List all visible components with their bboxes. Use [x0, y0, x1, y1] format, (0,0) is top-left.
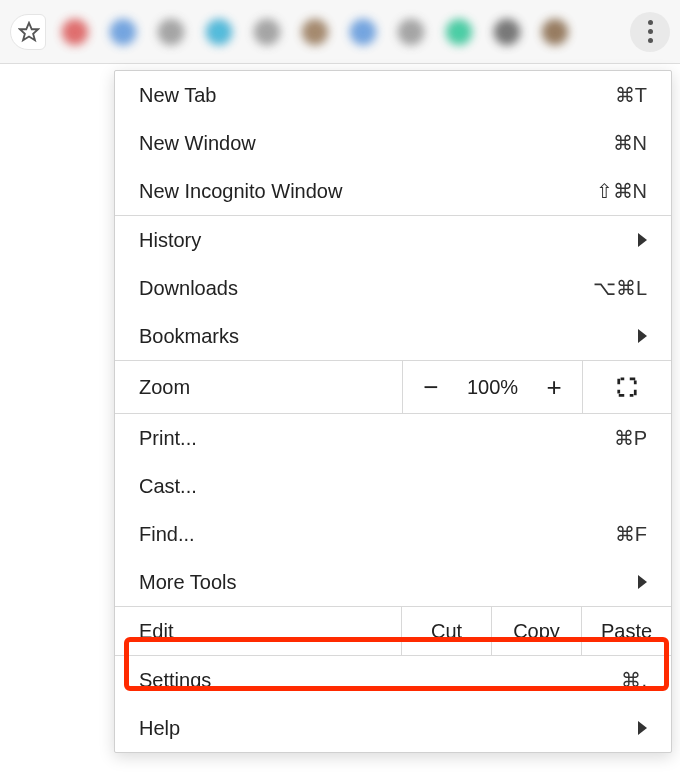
menu-shortcut: ⌘, [621, 668, 647, 692]
menu-label: New Window [139, 132, 613, 155]
menu-shortcut: ⌘N [613, 131, 647, 155]
edit-copy-button[interactable]: Copy [491, 607, 581, 655]
fullscreen-button[interactable] [583, 361, 671, 413]
menu-label: Find... [139, 523, 615, 546]
zoom-controls: − 100% + [403, 361, 583, 413]
zoom-out-button[interactable]: − [419, 374, 443, 400]
menu-item-new-incognito[interactable]: New Incognito Window ⇧⌘N [115, 167, 671, 215]
extension-icon[interactable] [110, 19, 136, 45]
chevron-right-icon [638, 575, 647, 589]
bookmark-star-button[interactable] [10, 14, 46, 50]
menu-shortcut: ⌘F [615, 522, 647, 546]
edit-label: Edit [115, 607, 401, 655]
extension-icons [62, 19, 620, 45]
star-icon [18, 21, 40, 43]
menu-label: Cast... [139, 475, 647, 498]
menu-item-cast[interactable]: Cast... [115, 462, 671, 510]
menu-item-help[interactable]: Help [115, 704, 671, 752]
extension-icon[interactable] [350, 19, 376, 45]
menu-shortcut: ⇧⌘N [596, 179, 647, 203]
menu-label: New Incognito Window [139, 180, 596, 203]
menu-shortcut: ⌘T [615, 83, 647, 107]
extension-icon[interactable] [158, 19, 184, 45]
menu-label: More Tools [139, 571, 632, 594]
menu-shortcut: ⌥⌘L [593, 276, 647, 300]
chevron-right-icon [638, 329, 647, 343]
menu-label: Settings [139, 669, 621, 692]
menu-shortcut: ⌘P [614, 426, 647, 450]
menu-label: New Tab [139, 84, 615, 107]
extension-icon[interactable] [206, 19, 232, 45]
extension-icon[interactable] [446, 19, 472, 45]
menu-item-zoom: Zoom − 100% + [115, 361, 671, 413]
zoom-value: 100% [467, 376, 518, 399]
menu-label: Print... [139, 427, 614, 450]
edit-paste-button[interactable]: Paste [581, 607, 671, 655]
menu-label: Downloads [139, 277, 593, 300]
fullscreen-icon [616, 376, 638, 398]
edit-cut-button[interactable]: Cut [401, 607, 491, 655]
menu-item-history[interactable]: History [115, 216, 671, 264]
menu-item-new-window[interactable]: New Window ⌘N [115, 119, 671, 167]
extension-icon[interactable] [398, 19, 424, 45]
menu-item-new-tab[interactable]: New Tab ⌘T [115, 71, 671, 119]
chevron-right-icon [638, 721, 647, 735]
browser-toolbar [0, 0, 680, 64]
menu-item-edit: Edit Cut Copy Paste [115, 607, 671, 655]
chevron-right-icon [638, 233, 647, 247]
menu-item-find[interactable]: Find... ⌘F [115, 510, 671, 558]
extension-icon[interactable] [494, 19, 520, 45]
chrome-menu-button[interactable] [630, 12, 670, 52]
zoom-in-button[interactable]: + [542, 374, 566, 400]
extension-icon[interactable] [62, 19, 88, 45]
menu-item-more-tools[interactable]: More Tools [115, 558, 671, 606]
extension-icon[interactable] [542, 19, 568, 45]
chrome-menu-dropdown: New Tab ⌘T New Window ⌘N New Incognito W… [114, 70, 672, 753]
three-dots-icon [648, 20, 653, 43]
menu-label: History [139, 229, 632, 252]
extension-icon[interactable] [302, 19, 328, 45]
zoom-label: Zoom [115, 361, 403, 413]
svg-marker-0 [20, 22, 38, 39]
menu-label: Help [139, 717, 632, 740]
menu-item-print[interactable]: Print... ⌘P [115, 414, 671, 462]
extension-icon[interactable] [254, 19, 280, 45]
menu-label: Bookmarks [139, 325, 632, 348]
menu-item-settings[interactable]: Settings ⌘, [115, 656, 671, 704]
menu-item-bookmarks[interactable]: Bookmarks [115, 312, 671, 360]
menu-item-downloads[interactable]: Downloads ⌥⌘L [115, 264, 671, 312]
